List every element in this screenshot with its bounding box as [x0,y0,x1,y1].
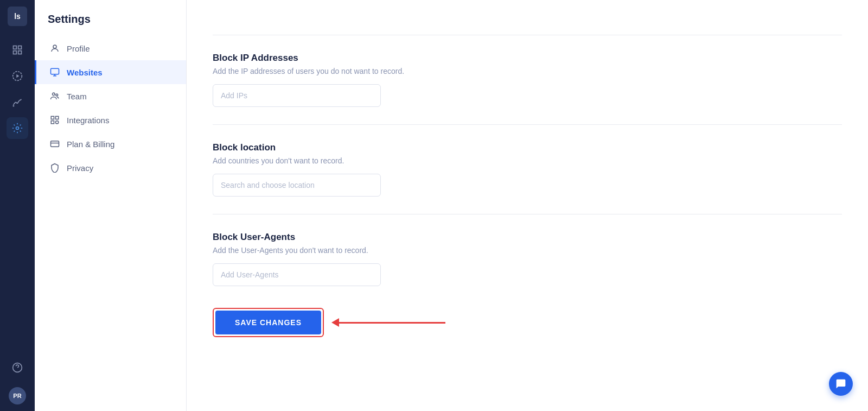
block-location-desc: Add countries you don't want to record. [213,156,842,165]
billing-icon [49,138,60,149]
sidebar-item-plan-billing[interactable]: Plan & Billing [35,132,186,156]
sidebar-icon-settings[interactable] [7,117,28,139]
arrow-annotation [337,322,445,324]
svg-rect-23 [51,141,59,147]
chat-fab-button[interactable] [829,372,853,396]
block-user-agents-section: Block User-Agents Add the User-Agents yo… [213,232,842,286]
svg-rect-14 [51,68,59,74]
profile-label: Profile [67,44,90,53]
svg-point-18 [56,94,58,96]
top-divider [213,35,842,35]
websites-label: Websites [67,68,103,77]
svg-point-11 [16,127,19,130]
save-btn-wrapper: SAVE CHANGES [213,308,324,337]
svg-rect-1 [18,46,22,49]
svg-point-13 [53,45,56,48]
save-changes-area: SAVE CHANGES [213,308,842,337]
svg-line-8 [17,101,19,104]
block-user-agents-title: Block User-Agents [213,232,842,243]
svg-rect-19 [51,116,54,119]
divider-1 [213,124,842,125]
svg-rect-2 [14,51,17,54]
svg-point-22 [56,121,59,124]
svg-marker-5 [16,74,19,78]
team-icon [49,91,60,102]
svg-line-6 [14,102,16,105]
sidebar-item-profile[interactable]: Profile [35,36,186,60]
sidebar-item-team[interactable]: Team [35,84,186,108]
privacy-icon [49,162,60,173]
svg-rect-0 [14,46,17,49]
bottom-icons: PR [7,357,28,404]
sidebar-icon-dashboard[interactable] [7,39,28,61]
svg-rect-10 [13,105,15,107]
save-changes-button[interactable]: SAVE CHANGES [215,311,321,334]
help-icon[interactable] [7,357,28,378]
icon-sidebar: ls PR [0,0,35,411]
sidebar-icon-analytics[interactable] [7,91,28,113]
svg-rect-3 [18,51,22,54]
settings-title: Settings [35,13,186,36]
svg-line-9 [19,99,21,101]
arrow-line [337,322,445,324]
sidebar-item-websites[interactable]: Websites [35,60,186,84]
block-location-title: Block location [213,142,842,153]
sidebar-item-privacy[interactable]: Privacy [35,156,186,180]
block-ip-desc: Add the IP addresses of users you do not… [213,67,842,75]
main-content: Block IP Addresses Add the IP addresses … [187,0,868,411]
profile-icon [49,43,60,54]
svg-point-17 [53,93,55,96]
search-location-input[interactable] [213,174,381,197]
sidebar-item-integrations[interactable]: Integrations [35,108,186,132]
team-label: Team [67,92,87,101]
svg-rect-20 [56,116,59,119]
block-location-section: Block location Add countries you don't w… [213,142,842,197]
block-user-agents-desc: Add the User-Agents you don't want to re… [213,246,842,255]
plan-billing-label: Plan & Billing [67,140,114,149]
integrations-icon [49,115,60,125]
settings-sidebar: Settings Profile Websites Team [35,0,187,411]
integrations-label: Integrations [67,116,109,125]
user-avatar[interactable]: PR [9,387,26,404]
svg-rect-21 [51,121,54,124]
block-ip-section: Block IP Addresses Add the IP addresses … [213,53,842,107]
add-user-agents-input[interactable] [213,263,381,286]
app-logo[interactable]: ls [8,7,27,26]
websites-icon [49,67,60,78]
divider-2 [213,214,842,214]
block-ip-title: Block IP Addresses [213,53,842,64]
privacy-label: Privacy [67,163,93,173]
sidebar-icon-play[interactable] [7,65,28,87]
add-ips-input[interactable] [213,84,381,107]
